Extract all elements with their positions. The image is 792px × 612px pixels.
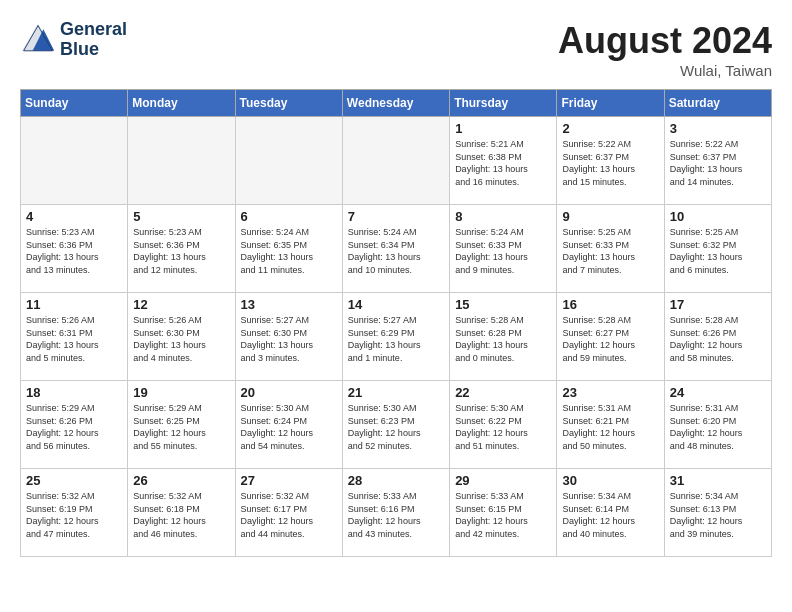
calendar-cell	[128, 117, 235, 205]
day-info: Sunrise: 5:28 AM Sunset: 6:26 PM Dayligh…	[670, 314, 766, 364]
day-number: 14	[348, 297, 444, 312]
calendar-week-row: 11Sunrise: 5:26 AM Sunset: 6:31 PM Dayli…	[21, 293, 772, 381]
month-title: August 2024	[558, 20, 772, 62]
calendar-week-row: 4Sunrise: 5:23 AM Sunset: 6:36 PM Daylig…	[21, 205, 772, 293]
day-number: 13	[241, 297, 337, 312]
day-info: Sunrise: 5:22 AM Sunset: 6:37 PM Dayligh…	[562, 138, 658, 188]
calendar-cell: 21Sunrise: 5:30 AM Sunset: 6:23 PM Dayli…	[342, 381, 449, 469]
weekday-header: Monday	[128, 90, 235, 117]
calendar-cell: 2Sunrise: 5:22 AM Sunset: 6:37 PM Daylig…	[557, 117, 664, 205]
title-block: August 2024 Wulai, Taiwan	[558, 20, 772, 79]
day-number: 28	[348, 473, 444, 488]
day-info: Sunrise: 5:32 AM Sunset: 6:17 PM Dayligh…	[241, 490, 337, 540]
day-number: 6	[241, 209, 337, 224]
day-number: 12	[133, 297, 229, 312]
calendar-week-row: 18Sunrise: 5:29 AM Sunset: 6:26 PM Dayli…	[21, 381, 772, 469]
weekday-header: Saturday	[664, 90, 771, 117]
day-number: 5	[133, 209, 229, 224]
day-info: Sunrise: 5:30 AM Sunset: 6:24 PM Dayligh…	[241, 402, 337, 452]
location: Wulai, Taiwan	[558, 62, 772, 79]
day-info: Sunrise: 5:29 AM Sunset: 6:25 PM Dayligh…	[133, 402, 229, 452]
calendar-cell	[342, 117, 449, 205]
calendar-cell: 17Sunrise: 5:28 AM Sunset: 6:26 PM Dayli…	[664, 293, 771, 381]
day-number: 15	[455, 297, 551, 312]
calendar-week-row: 1Sunrise: 5:21 AM Sunset: 6:38 PM Daylig…	[21, 117, 772, 205]
day-number: 18	[26, 385, 122, 400]
day-number: 3	[670, 121, 766, 136]
calendar-cell: 28Sunrise: 5:33 AM Sunset: 6:16 PM Dayli…	[342, 469, 449, 557]
calendar-cell: 3Sunrise: 5:22 AM Sunset: 6:37 PM Daylig…	[664, 117, 771, 205]
day-number: 30	[562, 473, 658, 488]
calendar-week-row: 25Sunrise: 5:32 AM Sunset: 6:19 PM Dayli…	[21, 469, 772, 557]
calendar-cell	[21, 117, 128, 205]
day-number: 17	[670, 297, 766, 312]
calendar-cell: 8Sunrise: 5:24 AM Sunset: 6:33 PM Daylig…	[450, 205, 557, 293]
calendar-cell: 1Sunrise: 5:21 AM Sunset: 6:38 PM Daylig…	[450, 117, 557, 205]
calendar-cell: 23Sunrise: 5:31 AM Sunset: 6:21 PM Dayli…	[557, 381, 664, 469]
day-number: 16	[562, 297, 658, 312]
day-number: 2	[562, 121, 658, 136]
day-info: Sunrise: 5:23 AM Sunset: 6:36 PM Dayligh…	[26, 226, 122, 276]
calendar-cell: 14Sunrise: 5:27 AM Sunset: 6:29 PM Dayli…	[342, 293, 449, 381]
calendar-cell: 25Sunrise: 5:32 AM Sunset: 6:19 PM Dayli…	[21, 469, 128, 557]
day-info: Sunrise: 5:30 AM Sunset: 6:23 PM Dayligh…	[348, 402, 444, 452]
calendar-cell: 5Sunrise: 5:23 AM Sunset: 6:36 PM Daylig…	[128, 205, 235, 293]
day-number: 20	[241, 385, 337, 400]
day-info: Sunrise: 5:22 AM Sunset: 6:37 PM Dayligh…	[670, 138, 766, 188]
day-info: Sunrise: 5:33 AM Sunset: 6:15 PM Dayligh…	[455, 490, 551, 540]
day-number: 19	[133, 385, 229, 400]
day-number: 9	[562, 209, 658, 224]
day-info: Sunrise: 5:34 AM Sunset: 6:13 PM Dayligh…	[670, 490, 766, 540]
day-info: Sunrise: 5:33 AM Sunset: 6:16 PM Dayligh…	[348, 490, 444, 540]
weekday-header: Thursday	[450, 90, 557, 117]
day-info: Sunrise: 5:26 AM Sunset: 6:31 PM Dayligh…	[26, 314, 122, 364]
day-info: Sunrise: 5:27 AM Sunset: 6:30 PM Dayligh…	[241, 314, 337, 364]
calendar-cell: 6Sunrise: 5:24 AM Sunset: 6:35 PM Daylig…	[235, 205, 342, 293]
day-number: 4	[26, 209, 122, 224]
day-info: Sunrise: 5:29 AM Sunset: 6:26 PM Dayligh…	[26, 402, 122, 452]
day-info: Sunrise: 5:25 AM Sunset: 6:33 PM Dayligh…	[562, 226, 658, 276]
day-number: 10	[670, 209, 766, 224]
logo-line1: General	[60, 20, 127, 40]
calendar-cell: 13Sunrise: 5:27 AM Sunset: 6:30 PM Dayli…	[235, 293, 342, 381]
day-info: Sunrise: 5:28 AM Sunset: 6:28 PM Dayligh…	[455, 314, 551, 364]
day-info: Sunrise: 5:23 AM Sunset: 6:36 PM Dayligh…	[133, 226, 229, 276]
calendar-cell: 10Sunrise: 5:25 AM Sunset: 6:32 PM Dayli…	[664, 205, 771, 293]
day-number: 27	[241, 473, 337, 488]
calendar-cell: 9Sunrise: 5:25 AM Sunset: 6:33 PM Daylig…	[557, 205, 664, 293]
calendar-cell: 12Sunrise: 5:26 AM Sunset: 6:30 PM Dayli…	[128, 293, 235, 381]
weekday-header: Sunday	[21, 90, 128, 117]
day-number: 1	[455, 121, 551, 136]
day-info: Sunrise: 5:31 AM Sunset: 6:20 PM Dayligh…	[670, 402, 766, 452]
logo: General Blue	[20, 20, 127, 60]
day-number: 22	[455, 385, 551, 400]
calendar-cell: 20Sunrise: 5:30 AM Sunset: 6:24 PM Dayli…	[235, 381, 342, 469]
calendar-cell: 7Sunrise: 5:24 AM Sunset: 6:34 PM Daylig…	[342, 205, 449, 293]
calendar-cell: 27Sunrise: 5:32 AM Sunset: 6:17 PM Dayli…	[235, 469, 342, 557]
day-info: Sunrise: 5:32 AM Sunset: 6:19 PM Dayligh…	[26, 490, 122, 540]
day-info: Sunrise: 5:24 AM Sunset: 6:33 PM Dayligh…	[455, 226, 551, 276]
calendar-cell: 11Sunrise: 5:26 AM Sunset: 6:31 PM Dayli…	[21, 293, 128, 381]
calendar-cell: 4Sunrise: 5:23 AM Sunset: 6:36 PM Daylig…	[21, 205, 128, 293]
day-number: 7	[348, 209, 444, 224]
day-info: Sunrise: 5:31 AM Sunset: 6:21 PM Dayligh…	[562, 402, 658, 452]
day-info: Sunrise: 5:21 AM Sunset: 6:38 PM Dayligh…	[455, 138, 551, 188]
day-info: Sunrise: 5:26 AM Sunset: 6:30 PM Dayligh…	[133, 314, 229, 364]
calendar-cell: 26Sunrise: 5:32 AM Sunset: 6:18 PM Dayli…	[128, 469, 235, 557]
calendar-header-row: SundayMondayTuesdayWednesdayThursdayFrid…	[21, 90, 772, 117]
weekday-header: Tuesday	[235, 90, 342, 117]
weekday-header: Wednesday	[342, 90, 449, 117]
day-info: Sunrise: 5:28 AM Sunset: 6:27 PM Dayligh…	[562, 314, 658, 364]
day-info: Sunrise: 5:24 AM Sunset: 6:35 PM Dayligh…	[241, 226, 337, 276]
calendar-cell: 29Sunrise: 5:33 AM Sunset: 6:15 PM Dayli…	[450, 469, 557, 557]
day-number: 23	[562, 385, 658, 400]
calendar-cell: 16Sunrise: 5:28 AM Sunset: 6:27 PM Dayli…	[557, 293, 664, 381]
calendar-cell: 30Sunrise: 5:34 AM Sunset: 6:14 PM Dayli…	[557, 469, 664, 557]
calendar-cell: 24Sunrise: 5:31 AM Sunset: 6:20 PM Dayli…	[664, 381, 771, 469]
logo-icon	[20, 22, 56, 58]
calendar-cell: 18Sunrise: 5:29 AM Sunset: 6:26 PM Dayli…	[21, 381, 128, 469]
day-number: 31	[670, 473, 766, 488]
day-number: 26	[133, 473, 229, 488]
page-header: General Blue August 2024 Wulai, Taiwan	[20, 20, 772, 79]
day-number: 29	[455, 473, 551, 488]
